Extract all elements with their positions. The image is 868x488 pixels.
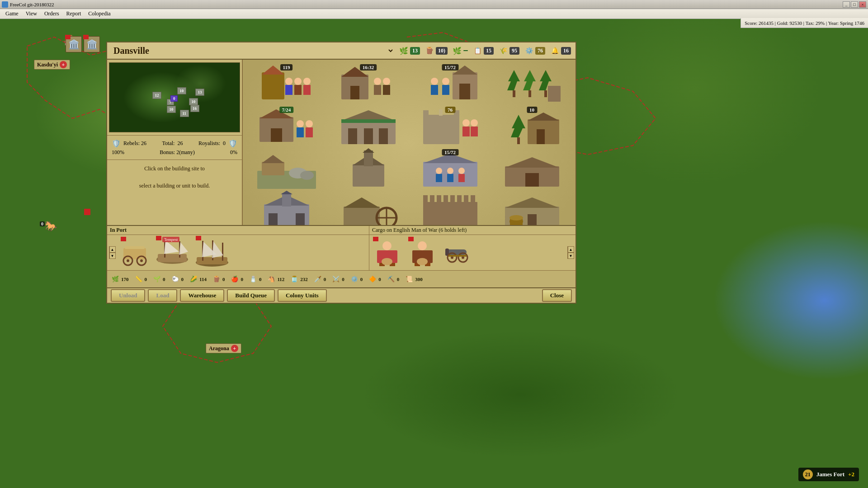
lumber-value: 10) [436, 47, 448, 55]
building-cell-3[interactable]: 15/72 [410, 63, 490, 104]
unit-flag-2 [83, 35, 89, 39]
sugar-amount: 0 [163, 277, 165, 282]
menu-game[interactable]: Game [2, 9, 22, 18]
cargo-scroll-down[interactable]: ▼ [568, 253, 574, 259]
map-unit[interactable]: 🏛️ [66, 36, 82, 52]
building-cell-4[interactable] [492, 63, 572, 104]
cotton-good-icon: 📏 [134, 276, 143, 283]
ship-warship[interactable]: Tempest [154, 236, 190, 270]
scroll-up-btn[interactable]: ▲ [109, 246, 116, 253]
warehouse-button[interactable]: Warehouse [180, 289, 224, 302]
mini-unit-8: 16 [190, 105, 199, 112]
tobacco-icon: 🌿 [399, 47, 409, 55]
building-cell-7[interactable]: 76 [410, 106, 490, 146]
expand-aragona-btn[interactable]: + [231, 345, 238, 352]
map-unit-2[interactable]: 🏛️ [84, 36, 100, 52]
soldier-svg-1 [375, 239, 400, 266]
maximize-button[interactable]: □ [851, 1, 858, 8]
cargo-header: Cargo on English Man of War (6 holds lef… [369, 226, 576, 235]
map-unit-group-3[interactable]: 🐎 [43, 218, 58, 235]
stats-row-2: 100% Bonus: 2(many) 0% [112, 149, 237, 156]
close-button[interactable]: × [859, 1, 866, 8]
building-cell-16[interactable] [492, 191, 572, 225]
svg-point-15 [431, 78, 438, 85]
building-cell-5[interactable]: 7/24 [246, 106, 326, 146]
svg-rect-41 [341, 119, 396, 123]
building-9-svg [257, 148, 316, 189]
building-cell-1[interactable]: 119 [246, 63, 326, 104]
building-cell-8[interactable]: 10 [492, 106, 572, 146]
ship-galleon[interactable] [194, 236, 230, 270]
cargo-scroll-up[interactable]: ▲ [568, 246, 574, 253]
svg-point-70 [458, 168, 465, 174]
map-horse-unit[interactable]: 🐎 [43, 218, 58, 235]
building-cell-12[interactable] [492, 148, 572, 189]
colony-name-select[interactable]: Dansville [112, 45, 394, 56]
cargo-unit-1[interactable] [371, 237, 403, 268]
cotton-value [463, 50, 468, 51]
building-cell-15[interactable] [410, 191, 490, 225]
tools-value: 76 [535, 47, 545, 55]
good-cotton: 📏 0 [134, 276, 147, 283]
building-cell-6[interactable] [328, 106, 408, 146]
territory-aragona[interactable]: Aragona + [206, 343, 241, 353]
building-cell-13[interactable] [246, 191, 326, 225]
colony-units-button[interactable]: Colony Units [278, 289, 327, 302]
tobacco-good-icon: 🌿 [111, 276, 120, 283]
menu-report[interactable]: Report [63, 9, 85, 18]
good-rum: 🫙 232 [290, 276, 308, 283]
good-muskets: ⛏️ 0 [387, 276, 400, 283]
menu-bar: Game View Orders Report Colopedia Score:… [0, 9, 868, 19]
cargo-cannon[interactable] [442, 237, 473, 268]
muskets-amount: 0 [397, 277, 400, 282]
svg-rect-71 [458, 174, 465, 182]
menu-orders[interactable]: Orders [41, 9, 63, 18]
building-cell-14[interactable] [328, 191, 408, 225]
load-button[interactable]: Load [148, 289, 177, 302]
year-value: Year: Spring 1746 [828, 20, 864, 26]
build-queue-button[interactable]: Build Queue [227, 289, 275, 302]
svg-rect-25 [528, 90, 531, 97]
menu-view[interactable]: View [22, 9, 41, 18]
svg-rect-81 [344, 206, 380, 225]
unload-button[interactable]: Unload [111, 289, 145, 302]
royalists-value: 0 [223, 140, 226, 147]
ship-wagon[interactable] [119, 237, 151, 268]
svg-point-11 [374, 78, 381, 85]
warship-flag [156, 236, 161, 240]
svg-rect-77 [282, 193, 291, 206]
port-scrollbar[interactable]: ▲ ▼ [109, 246, 115, 259]
building-cell-9[interactable] [246, 148, 326, 189]
game-area: Kasdu'yi + Aragona + 🏘️ 🏛️ 🏛️ ⛵ [0, 19, 868, 488]
minimize-button[interactable]: _ [843, 1, 850, 8]
trade-amount: 300 [415, 277, 423, 282]
cargo-scroll[interactable]: ▲ ▼ [567, 246, 574, 259]
expand-kasduyi-btn[interactable]: + [60, 61, 67, 68]
window-controls[interactable]: _ □ × [843, 1, 866, 8]
svg-rect-3 [285, 85, 292, 95]
svg-marker-78 [281, 191, 292, 194]
territory-kasduyi[interactable]: Kasdu'yi + [34, 60, 70, 70]
mini-unit-6: 10 [167, 106, 176, 113]
good-horses: 🐴 112 [267, 276, 284, 283]
cargo-scrollbar[interactable]: ▲ ▼ [567, 246, 574, 259]
cargo-unit-2[interactable] [406, 237, 438, 268]
gold-value: Gold: 92530 [777, 20, 802, 26]
rebel-info: Rebels: 26 [123, 140, 146, 147]
svg-rect-51 [517, 137, 520, 144]
port-right: Cargo on English Man of War (6 holds lef… [369, 226, 576, 270]
building-cell-10[interactable] [328, 148, 408, 189]
map-unit-group-1[interactable]: 🏛️ 🏛️ [66, 36, 100, 52]
building-cell-11[interactable]: 15/72 [410, 148, 490, 189]
building-cell-2[interactable]: 16:32 [328, 63, 408, 104]
menu-colopedia[interactable]: Colopedia [85, 9, 114, 18]
tools-good-icon: 🔶 [368, 276, 377, 283]
svg-point-34 [306, 120, 313, 127]
svg-rect-38 [348, 128, 357, 144]
close-button-panel[interactable]: Close [542, 289, 572, 302]
mini-map[interactable]: 12 10 13 7 10 10 11 16 0 [109, 62, 240, 132]
scroll-down-btn[interactable]: ▼ [109, 253, 116, 259]
buildings-panel[interactable]: 119 16:32 [243, 60, 576, 225]
svg-point-59 [300, 171, 314, 180]
svg-point-124 [382, 258, 392, 265]
